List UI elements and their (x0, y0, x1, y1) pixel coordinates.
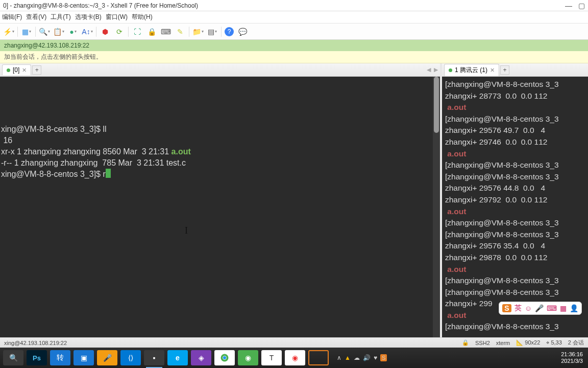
system-tray[interactable]: ∧▲☁🔊♥ S (337, 354, 387, 361)
status-conn: xing@42.193.108.219:22 (4, 340, 67, 346)
info-text: 加当前会话，点击左侧的箭头按钮。 (4, 53, 102, 61)
taskbar-clock[interactable]: 21:36:16 2021/3/3 (561, 351, 585, 364)
refresh-icon[interactable]: ⟳ (114, 26, 125, 37)
connection-bar: zhangxing@42.193.108.219:22 (0, 40, 588, 51)
ime-user-icon[interactable]: 👤 (570, 304, 578, 312)
ime-toolbar[interactable]: S 英 ☺ 🎤 ⌨ ▦ 👤 (499, 302, 582, 315)
status-size: 90x22 (525, 339, 540, 346)
close-icon[interactable]: ✕ (490, 67, 495, 74)
ime-mic-icon[interactable]: 🎤 (535, 304, 544, 312)
taskbar-app-icon[interactable]: ▣ (74, 350, 94, 365)
status-term: xterm (496, 340, 510, 346)
clock-time: 21:36:16 (561, 351, 583, 358)
tab-right-label: 1 腾讯云 (1) (455, 66, 487, 75)
status-dot-icon (7, 68, 10, 72)
help-icon[interactable]: ? (225, 27, 234, 36)
tab-right-session[interactable]: 1 腾讯云 (1) ✕ (444, 64, 499, 76)
new-icon[interactable]: ▦▾ (21, 26, 32, 37)
status-ssh: SSH2 (475, 340, 490, 346)
lock-icon[interactable]: 🔒 (146, 26, 157, 37)
ime-lang[interactable]: 英 (514, 304, 522, 313)
status-pos: 5,33 (551, 339, 561, 346)
taskbar-text-icon[interactable]: T (261, 350, 282, 365)
lock-status-icon: 🔒 (462, 339, 469, 346)
taskbar-vscode-icon[interactable]: ⟨⟩ (120, 350, 141, 365)
maximize-icon[interactable]: ▢ (578, 2, 585, 10)
keyboard-icon[interactable]: ⌨ (160, 26, 172, 37)
tab-left-label: [0] (13, 66, 19, 74)
layout-icon[interactable]: ▤▾ (207, 26, 218, 37)
statusbar: xing@42.193.108.219:22 🔒 SSH2 xterm 📐 90… (0, 337, 588, 348)
copy-icon[interactable]: 📋▾ (53, 26, 64, 37)
tab-next-icon[interactable]: ▶ (434, 66, 438, 73)
tab-left-session[interactable]: [0] ✕ (2, 64, 31, 75)
ime-emoji-icon[interactable]: ☺ (525, 304, 532, 312)
taskbar-chrome-icon[interactable] (214, 350, 235, 365)
tabstrip-left: [0] ✕ + ◀ ▶ (0, 63, 440, 77)
folder-icon[interactable]: 📁▾ (192, 26, 204, 37)
terminal-right[interactable]: [zhangxing@VM-8-8-centos 3_3zhangxi+ 287… (442, 77, 588, 337)
tab-prev-icon[interactable]: ◀ (427, 66, 431, 73)
taskbar-edge-icon[interactable]: e (167, 350, 188, 365)
windows-taskbar: 🔍 Ps 转 ▣ 🎤 ⟨⟩ ▪ e ◈ ◉ T ◉ ∧▲☁🔊♥ S 21:36:… (0, 348, 588, 368)
scroll-thumb[interactable] (434, 77, 439, 133)
expand-icon[interactable]: ⛶ (132, 26, 143, 37)
window-titlebar: 0] - zhangxing@VM-8-8-centos:~/3_3 - Xsh… (0, 0, 588, 11)
taskbar-app-icon[interactable]: 转 (50, 350, 70, 365)
menu-window[interactable]: 窗口(W) (106, 13, 128, 21)
globe-icon[interactable]: ●▾ (67, 26, 79, 37)
menu-tabs[interactable]: 选项卡(B) (75, 13, 102, 21)
add-tab-button[interactable]: + (32, 65, 41, 75)
tabstrip-right: 1 腾讯云 (1) ✕ + (442, 63, 588, 77)
workarea: [0] ✕ + ◀ ▶ xing@VM-8-8-centos 3_3]$ ll … (0, 63, 588, 337)
taskbar-xshell-icon[interactable]: ▪ (144, 350, 164, 365)
info-bar: 加当前会话，点击左侧的箭头按钮。 (0, 51, 588, 63)
taskbar-photoshop-icon[interactable]: Ps (27, 350, 47, 365)
ime-logo-icon: S (502, 304, 511, 312)
menu-help[interactable]: 帮助(H) (132, 13, 153, 21)
font-icon[interactable]: A↕▾ (82, 26, 93, 37)
clock-date: 2021/3/3 (561, 358, 583, 364)
add-tab-button[interactable]: + (500, 65, 509, 75)
highlight-icon[interactable]: ✎ (175, 26, 186, 37)
taskbar-app-icon[interactable]: ◉ (285, 350, 305, 365)
window-title: 0] - zhangxing@VM-8-8-centos:~/3_3 - Xsh… (3, 2, 198, 9)
left-pane: [0] ✕ + ◀ ▶ xing@VM-8-8-centos 3_3]$ ll … (0, 63, 440, 337)
right-pane: 1 腾讯云 (1) ✕ + [zhangxing@VM-8-8-centos 3… (440, 63, 588, 337)
toolbar: ⚡▾ ▦▾ 🔍▾ 📋▾ ●▾ A↕▾ ⬢ ⟳ ⛶ 🔒 ⌨ ✎ 📁▾ ▤▾ ? 💬 (0, 24, 588, 40)
taskbar-app-icon[interactable] (308, 350, 329, 365)
ime-grid-icon[interactable]: ▦ (560, 304, 567, 312)
svg-point-2 (223, 356, 226, 359)
menu-edit[interactable]: 编辑(F) (2, 13, 22, 21)
ime-keyboard-icon[interactable]: ⌨ (547, 304, 557, 312)
minimize-icon[interactable]: — (565, 2, 572, 10)
menu-tools[interactable]: 工具(T) (51, 13, 70, 21)
menubar: 编辑(F) 查看(V) 工具(T) 选项卡(B) 窗口(W) 帮助(H) (0, 11, 588, 24)
status-dot-icon (449, 68, 452, 72)
stop-icon[interactable]: ⬢ (100, 26, 111, 37)
taskbar-vs-icon[interactable]: ◈ (191, 350, 211, 365)
connection-text: zhangxing@42.193.108.219:22 (4, 42, 89, 49)
taskbar-search-icon[interactable]: 🔍 (3, 350, 23, 365)
menu-view[interactable]: 查看(V) (26, 13, 46, 21)
taskbar-camtasia-icon[interactable]: ◉ (238, 350, 258, 365)
text-cursor-icon: I (185, 225, 188, 236)
taskbar-mic-icon[interactable]: 🎤 (97, 350, 117, 365)
terminal-left[interactable]: xing@VM-8-8-centos 3_3]$ ll 16xr-x 1 zha… (0, 77, 440, 337)
close-icon[interactable]: ✕ (22, 67, 27, 74)
connect-icon[interactable]: ⚡▾ (3, 26, 14, 37)
chat-icon[interactable]: 💬 (237, 26, 248, 37)
scrollbar[interactable] (433, 77, 440, 337)
status-sess: 2 会话 (568, 339, 584, 347)
search-icon[interactable]: 🔍▾ (39, 26, 50, 37)
